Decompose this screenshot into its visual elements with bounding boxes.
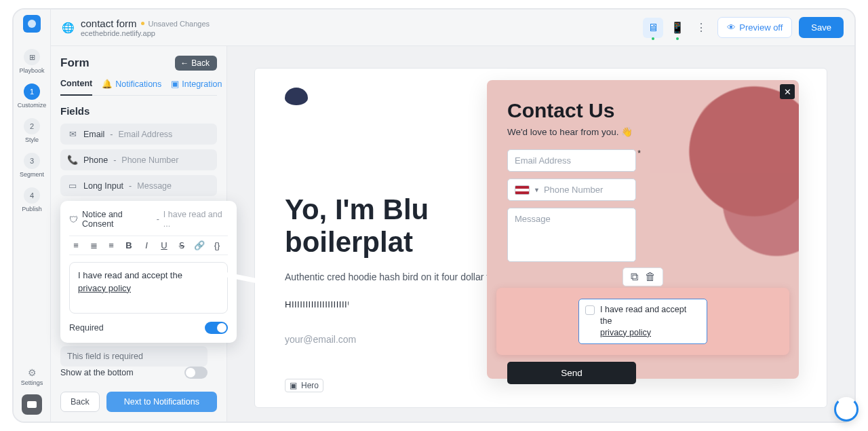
gear-icon: ⚙	[21, 367, 43, 378]
image-icon: ▣	[290, 381, 297, 390]
strike-icon[interactable]: S̶	[176, 240, 187, 250]
rail-segment[interactable]: 3 Segment	[20, 153, 44, 178]
rail-customize[interactable]: 1 Customize	[18, 83, 47, 109]
device-toggle: 🖥 📱 ⋮	[643, 18, 711, 38]
align-right-icon[interactable]: ≡	[106, 240, 117, 250]
bell-icon: 🔔	[102, 79, 113, 89]
eye-off-icon: 👁	[727, 22, 736, 33]
popup-element-toolbar: ⧉ 🗑	[623, 267, 663, 286]
tab-content[interactable]: Content	[60, 79, 92, 96]
sidebar-back-button[interactable]: ← Back	[175, 56, 217, 71]
popup-heading: Contact Us	[507, 99, 778, 122]
phone-icon: 📱	[671, 21, 684, 34]
chevron-down-icon[interactable]: ▼	[534, 187, 540, 193]
underline-icon[interactable]: U	[159, 240, 170, 250]
copy-icon[interactable]: ⧉	[631, 271, 638, 283]
sidebar-tabs: Content 🔔Notifications ▣Integration	[60, 79, 217, 96]
page-title: contact form	[81, 18, 137, 29]
more-menu-icon[interactable]: ⋮	[692, 21, 711, 34]
required-label: Required	[69, 323, 104, 333]
rail-publish[interactable]: 4 Publish	[22, 187, 42, 212]
tab-integration[interactable]: ▣Integration	[171, 79, 222, 95]
us-flag-icon[interactable]	[515, 185, 530, 195]
contact-popup: ✕ Contact Us We'd love to hear from you.…	[487, 80, 799, 379]
consent-checkbox[interactable]	[585, 305, 595, 315]
link-icon[interactable]: 🔗	[194, 240, 205, 250]
mail-icon: ✉	[67, 129, 78, 139]
consent-text-input[interactable]: I have read and accept the privacy polic…	[69, 262, 228, 314]
required-message-input[interactable]: This field is required	[60, 346, 208, 367]
textarea-icon: ▭	[67, 181, 78, 191]
help-launcher[interactable]	[834, 397, 859, 421]
align-left-icon[interactable]: ≡	[71, 240, 81, 250]
popup-subheading: We'd love to hear from you. 👋	[507, 126, 778, 137]
popup-consent-highlight: I have read and accept the privacy polic…	[496, 288, 789, 355]
hero-badge: ▣ Hero	[285, 379, 323, 392]
arrow-left-icon: ←	[180, 58, 189, 68]
field-phone[interactable]: 📞 Phone - Phone Number	[60, 149, 217, 170]
phone-field-icon: 📞	[67, 155, 78, 165]
tab-notifications[interactable]: 🔔Notifications	[102, 79, 161, 95]
top-bar: 🌐 contact form Unsaved Changes ecethebri…	[51, 10, 854, 46]
show-bottom-toggle[interactable]	[184, 367, 208, 379]
rail-playbook[interactable]: ⊞ Playbook	[19, 49, 44, 74]
popup-phone-input[interactable]: ▼ Phone Number	[507, 179, 636, 201]
preview-toggle-button[interactable]: 👁 Preview off	[717, 17, 792, 38]
sidebar-heading: Form	[60, 56, 90, 70]
step-3-icon: 3	[24, 153, 40, 169]
sidebar-footer-next[interactable]: Next to Notifications	[106, 392, 217, 412]
unsaved-dot-icon	[141, 22, 144, 25]
required-toggle[interactable]	[205, 322, 228, 334]
bold-icon[interactable]: B	[123, 240, 134, 250]
popup-send-button[interactable]: Send	[507, 362, 636, 384]
popup-consent-field[interactable]: I have read and accept the privacy polic…	[578, 299, 707, 344]
popup-email-input[interactable]: Email Address	[507, 149, 636, 172]
field-email[interactable]: ✉ Email - Email Address	[60, 124, 217, 145]
mobile-device-button[interactable]: 📱	[667, 18, 688, 38]
rail-style[interactable]: 2 Style	[24, 118, 40, 143]
richtext-toolbar: ≡ ≣ ≡ B I U S̶ 🔗 {}	[69, 236, 228, 255]
step-1-icon: 1	[24, 83, 40, 100]
grid-icon: ⊞	[24, 49, 40, 65]
save-button[interactable]: Save	[799, 17, 844, 38]
left-rail: ⊞ Playbook 1 Customize 2 Style 3 Segment…	[14, 10, 51, 421]
fields-heading: Fields	[60, 105, 217, 117]
align-center-icon[interactable]: ≣	[88, 240, 99, 250]
unsaved-label: Unsaved Changes	[149, 20, 210, 28]
hero-heading-2: boilerplat	[285, 226, 413, 258]
step-4-icon: 4	[24, 187, 40, 204]
show-bottom-label: Show at the bottom	[60, 368, 134, 377]
field-long-input[interactable]: ▭ Long Input - Message	[60, 175, 217, 196]
globe-icon: 🌐	[62, 22, 74, 34]
step-2-icon: 2	[24, 118, 40, 134]
desktop-device-button[interactable]: 🖥	[643, 18, 663, 38]
page-url: ecethebride.netlify.app	[81, 29, 210, 37]
hero-heading-1: Yo, I'm Blu	[285, 193, 429, 225]
notice-consent-card: 🛡 Notice and Consent - I have read and .…	[60, 201, 237, 343]
sidebar-footer-back[interactable]: Back	[60, 392, 100, 412]
italic-icon[interactable]: I	[141, 240, 152, 250]
site-logo	[285, 88, 308, 105]
rail-settings[interactable]: ⚙ Settings	[21, 367, 43, 386]
plug-icon: ▣	[171, 79, 179, 89]
app-logo[interactable]	[23, 15, 41, 33]
preview-canvas: Blog About title Yo, I'm Blu boilerplat …	[227, 46, 854, 421]
shield-icon: 🛡	[69, 214, 78, 225]
monitor-icon: 🖥	[648, 22, 658, 34]
chat-launcher[interactable]	[22, 394, 42, 415]
form-sidebar: Form ← Back Content 🔔Notifications ▣Inte…	[51, 46, 227, 421]
delete-icon[interactable]: 🗑	[645, 271, 656, 283]
code-icon[interactable]: {}	[212, 240, 222, 250]
popup-message-input[interactable]: Message	[507, 208, 636, 262]
